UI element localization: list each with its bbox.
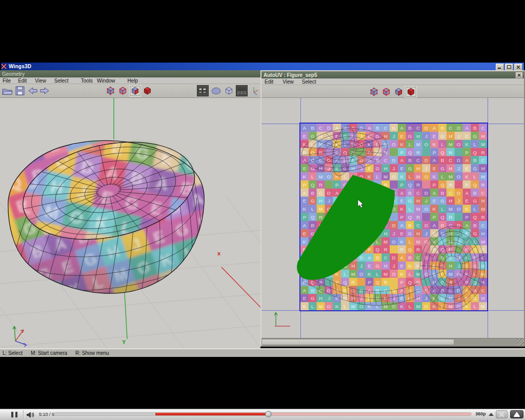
smooth-shade-icon	[211, 86, 221, 95]
uv-selected-chart[interactable]	[297, 175, 395, 280]
autouv-viewport[interactable]: ABCDABCDABCDABCDABCDABCEGHJEGHJEGHJEGHJE…	[261, 98, 524, 338]
quality-selector[interactable]: 360p	[475, 409, 486, 419]
undo-arrow-icon	[28, 87, 38, 95]
menu-edit[interactable]: Edit	[18, 78, 27, 84]
wireframe-icon	[224, 86, 234, 95]
close-icon	[517, 73, 521, 77]
folder-icon	[2, 87, 13, 95]
select-face-button-uv[interactable]	[393, 86, 405, 97]
save-button[interactable]	[14, 85, 26, 96]
hint-right-mouse: R: Show menu	[75, 350, 109, 356]
fullscreen-button[interactable]	[510, 410, 523, 418]
seek-playhead[interactable]	[265, 411, 272, 417]
axes-icon	[249, 86, 259, 95]
geometry-tab-bar[interactable]: Geometry	[0, 70, 261, 77]
uv-chart-overlay	[300, 124, 487, 310]
workmode-icon	[198, 87, 207, 94]
expand-button[interactable]	[496, 410, 508, 418]
redo-arrow-icon	[39, 87, 50, 95]
3d-scene: ABCDABEGHJEGKLMOKLPQRPQABCDABEGHJEGYx	[0, 98, 260, 348]
volume-button[interactable]	[25, 409, 37, 420]
maximize-icon	[507, 65, 511, 69]
select-body-button[interactable]	[142, 85, 153, 96]
vertex-cube-icon	[106, 86, 115, 95]
hint-middle-mouse: M: Start camera	[31, 350, 67, 356]
uv-horizontal-scrollbar[interactable]	[261, 338, 524, 346]
autouv-toolbar	[261, 85, 524, 98]
axis-gizmo	[13, 326, 27, 347]
edge-cube-icon	[381, 87, 391, 96]
y-axis-label: Y	[122, 339, 126, 345]
uv-menu-select[interactable]: Select	[302, 79, 316, 85]
wings3d-title-bar[interactable]: Wings3D	[1, 63, 524, 70]
geometry-viewport[interactable]: ABCDABEGHJEGKLMOKLPQRPQABCDABEGHJEGYx	[0, 98, 260, 348]
wings3d-logo-icon	[1, 64, 7, 69]
select-face-button[interactable]	[129, 85, 141, 96]
body-cube-icon	[406, 87, 416, 96]
minimize-icon	[498, 65, 502, 69]
uv-origin-axis	[271, 309, 293, 330]
ground-plane-button[interactable]	[236, 85, 248, 96]
edge-cube-icon	[118, 86, 128, 95]
close-button[interactable]	[514, 64, 522, 71]
menu-window[interactable]: Window	[97, 78, 115, 84]
fullscreen-arrow-icon	[513, 412, 520, 417]
undo-button[interactable]	[27, 85, 38, 96]
hint-left-mouse: L: Select	[3, 350, 23, 356]
seek-segment-gray	[54, 413, 155, 415]
video-frame: Wings3D Geometry File Edit View Select T…	[0, 0, 525, 420]
redo-button[interactable]	[38, 85, 50, 96]
select-vertex-button[interactable]	[105, 85, 116, 96]
speaker-icon	[26, 411, 35, 418]
caret-up-icon[interactable]	[489, 413, 494, 416]
autouv-window-title: AutoUV : Figure_sep5	[264, 72, 317, 78]
autouv-close-button[interactable]	[515, 72, 523, 78]
workmode-button[interactable]	[197, 85, 209, 96]
wings3d-menubar: File Edit View Select Tools Window Help	[0, 77, 261, 84]
select-vertex-button-uv[interactable]	[368, 86, 380, 97]
minimize-button[interactable]	[496, 64, 504, 71]
autouv-menubar: Edit View Select	[261, 78, 524, 85]
body-cube-icon	[143, 86, 152, 95]
textured-cylinder-model[interactable]	[0, 128, 215, 303]
close-icon	[516, 65, 520, 69]
x-axis-label: x	[217, 250, 221, 256]
select-edge-button[interactable]	[117, 85, 129, 96]
uv-scrollbar-thumb[interactable]	[261, 339, 454, 345]
axes-toggle-button[interactable]	[248, 85, 260, 96]
uv-guide-bottom	[261, 310, 524, 311]
seek-bar[interactable]	[54, 412, 472, 416]
maximize-button[interactable]	[505, 64, 513, 71]
save-icon	[15, 86, 25, 95]
open-button[interactable]	[2, 85, 13, 96]
pause-icon	[11, 412, 13, 417]
face-cube-icon	[394, 87, 403, 96]
seek-segment-buffered	[272, 413, 472, 415]
wireframe-button[interactable]	[223, 85, 235, 96]
menu-tools[interactable]: Tools	[81, 78, 93, 84]
wings3d-toolbar	[0, 84, 261, 98]
menu-select[interactable]: Select	[54, 78, 69, 84]
geometry-tab-label: Geometry	[2, 71, 25, 77]
pause-button[interactable]	[6, 409, 23, 420]
divider	[23, 410, 24, 419]
face-cube-icon	[130, 86, 140, 95]
smooth-shade-button[interactable]	[210, 85, 222, 96]
select-edge-button-uv[interactable]	[380, 86, 392, 97]
uv-guide-right	[488, 98, 488, 338]
uv-menu-edit[interactable]: Edit	[265, 79, 273, 85]
uv-menu-view[interactable]: View	[282, 79, 294, 85]
pause-icon	[15, 412, 17, 417]
vertex-cube-icon	[369, 87, 379, 96]
menu-view[interactable]: View	[35, 78, 46, 84]
expand-x-icon	[499, 412, 504, 417]
uv-resize-grip[interactable]	[517, 338, 524, 346]
autouv-title-bar[interactable]: AutoUV : Figure_sep5	[261, 71, 524, 78]
menu-help[interactable]: Help	[128, 78, 138, 84]
statusbar: L: Select M: Start camera R: Show menu	[0, 348, 525, 357]
autouv-window: AutoUV : Figure_sep5 Edit View Select AB…	[260, 70, 525, 347]
select-body-button-uv[interactable]	[405, 86, 417, 97]
window-title: Wings3D	[9, 64, 31, 69]
seek-segment-played	[155, 413, 269, 415]
menu-file[interactable]: File	[3, 78, 11, 84]
